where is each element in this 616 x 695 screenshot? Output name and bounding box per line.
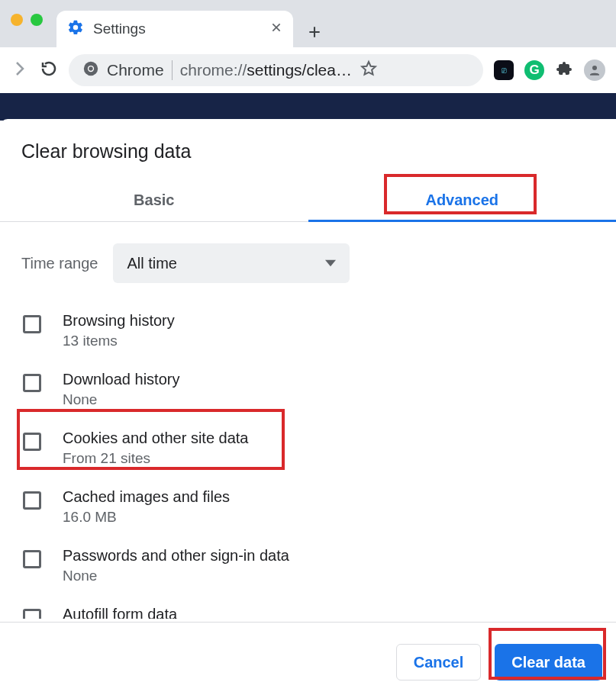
item-title: Download history — [63, 371, 179, 388]
checkbox-browsing-history[interactable] — [23, 315, 41, 333]
extension-icon-grammarly[interactable]: G — [524, 60, 544, 80]
checkbox-autofill[interactable] — [23, 609, 41, 619]
maximize-window-icon[interactable] — [31, 14, 43, 26]
profile-avatar-icon[interactable] — [584, 60, 605, 81]
svg-point-3 — [592, 66, 597, 70]
dialog-footer: Cancel Clear data — [0, 623, 616, 695]
extensions-puzzle-icon[interactable] — [555, 60, 573, 81]
item-subtitle: None — [63, 568, 289, 584]
item-title: Passwords and other sign-in data — [63, 547, 289, 565]
page-header-strip — [0, 93, 616, 121]
clear-browsing-data-dialog: Clear browsing data Basic Advanced Time … — [0, 119, 616, 695]
item-browsing-history[interactable]: Browsing history 13 items — [23, 301, 595, 360]
tab-basic[interactable]: Basic — [0, 181, 308, 221]
checkbox-cached[interactable] — [23, 491, 41, 510]
item-subtitle: From 21 sites — [63, 450, 249, 467]
address-bar[interactable]: Chrome chrome://settings/clea… — [69, 54, 483, 86]
bookmark-star-icon[interactable] — [360, 60, 378, 81]
item-cached[interactable]: Cached images and files 16.0 MB — [23, 478, 595, 536]
item-subtitle: None — [63, 391, 179, 408]
browser-tab[interactable]: Settings — [56, 11, 293, 47]
window-controls — [9, 14, 56, 47]
item-subtitle: 16.0 MB — [63, 509, 230, 526]
omnibox-label: Chrome — [107, 61, 164, 79]
chevron-down-icon — [325, 258, 336, 269]
dialog-title: Clear browsing data — [0, 140, 616, 181]
new-tab-button[interactable] — [293, 24, 336, 47]
extension-icon-1[interactable]: ⎚ — [494, 60, 514, 80]
time-range-dropdown[interactable]: All time — [113, 243, 350, 283]
active-tab-underline — [308, 220, 617, 222]
data-types-list: Browsing history 13 items Download histo… — [21, 301, 595, 619]
item-title: Autofill form data — [63, 606, 177, 619]
tab-advanced[interactable]: Advanced — [308, 181, 617, 221]
item-title: Browsing history — [63, 312, 175, 330]
item-autofill[interactable]: Autofill form data — [23, 595, 595, 619]
gear-icon — [67, 19, 84, 39]
cancel-button[interactable]: Cancel — [396, 644, 482, 681]
time-range-label: Time range — [21, 255, 98, 272]
checkbox-passwords[interactable] — [23, 550, 41, 568]
browser-toolbar: Chrome chrome://settings/clea… ⎚ G — [0, 47, 616, 93]
item-title: Cookies and other site data — [63, 430, 249, 447]
minimize-window-icon[interactable] — [11, 14, 23, 26]
forward-icon[interactable] — [11, 60, 29, 81]
tab-title: Settings — [93, 21, 261, 37]
browser-tab-strip: Settings — [0, 0, 616, 47]
dialog-content: Time range All time Browsing history 13 … — [0, 222, 616, 619]
item-passwords[interactable]: Passwords and other sign-in data None — [23, 536, 595, 595]
time-range-value: All time — [127, 255, 177, 272]
clear-data-button[interactable]: Clear data — [495, 644, 602, 681]
svg-point-2 — [89, 66, 93, 71]
checkbox-download-history[interactable] — [23, 374, 41, 392]
reload-icon[interactable] — [40, 60, 58, 81]
omnibox-url: chrome://settings/clea… — [180, 61, 352, 79]
close-tab-icon[interactable] — [270, 21, 282, 37]
time-range-row: Time range All time — [21, 237, 595, 301]
item-subtitle: 13 items — [63, 333, 175, 349]
omnibox-separator — [172, 60, 173, 80]
item-cookies[interactable]: Cookies and other site data From 21 site… — [23, 419, 595, 478]
item-title: Cached images and files — [63, 488, 230, 506]
item-download-history[interactable]: Download history None — [23, 360, 595, 419]
checkbox-cookies[interactable] — [23, 433, 41, 451]
chrome-logo-icon — [82, 60, 99, 80]
dialog-tabs: Basic Advanced — [0, 181, 616, 222]
